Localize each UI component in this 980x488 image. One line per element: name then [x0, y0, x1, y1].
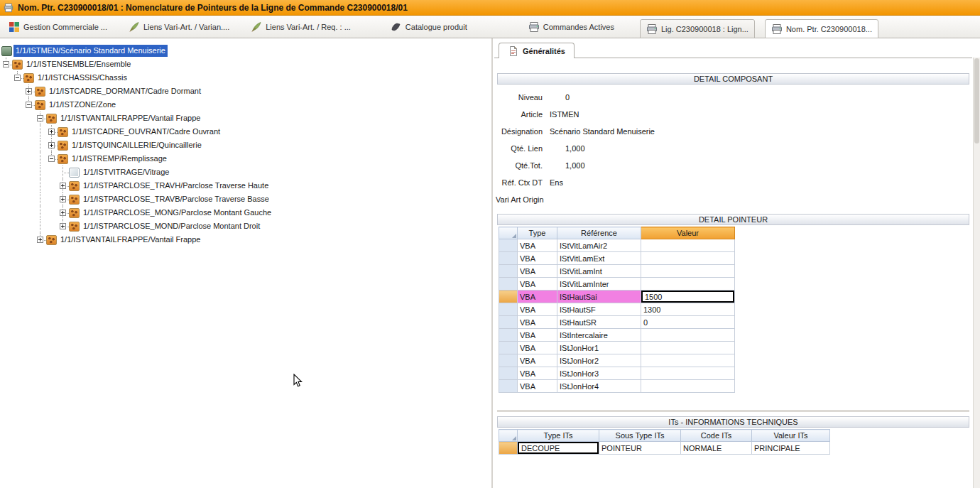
- expand-icon[interactable]: [48, 129, 55, 135]
- row-selector[interactable]: [499, 278, 518, 291]
- cell-reference[interactable]: IStVitLamAir2: [557, 239, 641, 252]
- tree-item-label[interactable]: 1/1/ISTZONE/Zone: [47, 99, 118, 111]
- tree-item[interactable]: 1/1/ISTCADRE_OUVRANT/Cadre Ouvrant: [0, 125, 491, 139]
- its-column-header-4[interactable]: Valeur ITs: [752, 430, 830, 442]
- cell-valeur[interactable]: 0: [641, 316, 735, 329]
- collapse-icon[interactable]: [26, 102, 32, 108]
- cell-reference[interactable]: IStHautSR: [557, 316, 641, 329]
- expand-icon[interactable]: [60, 196, 66, 202]
- pointer-row[interactable]: VBAIStJonHor1: [499, 342, 735, 354]
- cell-reference[interactable]: IStJonHor2: [557, 354, 641, 367]
- tab-1[interactable]: Gestion Commerciale ...: [3, 18, 113, 36]
- cell-reference[interactable]: IStJonHor3: [557, 367, 641, 380]
- tree-item[interactable]: 1/1/ISTREMP/Remplissage: [0, 152, 491, 166]
- pointer-row[interactable]: VBAIStHautSai1500: [499, 291, 735, 303]
- its-column-header-1[interactable]: Type ITs: [518, 430, 599, 442]
- cell-type[interactable]: VBA: [518, 278, 557, 291]
- tab-generalites[interactable]: Généralités: [499, 43, 575, 58]
- tab-3[interactable]: Liens Vari-Art. / Req. : ...: [245, 18, 356, 36]
- its-focused-cell[interactable]: DECOUPE: [518, 442, 599, 454]
- cell-valeur[interactable]: [641, 278, 735, 291]
- expand-icon[interactable]: [60, 223, 66, 229]
- expand-icon[interactable]: [60, 183, 66, 189]
- tab-4[interactable]: Catalogue produit: [385, 18, 473, 36]
- row-selector[interactable]: [499, 265, 518, 278]
- row-selector[interactable]: [499, 442, 518, 455]
- cell-valeur[interactable]: [641, 265, 735, 278]
- horizontal-splitter[interactable]: [497, 410, 969, 412]
- column-header-reference[interactable]: Référence: [557, 227, 641, 239]
- cell-valeur[interactable]: [641, 239, 735, 252]
- scrollbar-thumb[interactable]: [974, 58, 979, 143]
- pointer-row[interactable]: VBAIStJonHor2: [499, 354, 735, 367]
- row-selector[interactable]: [499, 252, 518, 265]
- cell-reference[interactable]: IStJonHor4: [557, 380, 641, 393]
- pointer-row[interactable]: VBAIStJonHor4: [499, 380, 735, 393]
- cell-reference[interactable]: IStHautSF: [557, 303, 641, 316]
- cell-valeur[interactable]: 1500: [641, 291, 735, 303]
- row-selector[interactable]: [499, 239, 518, 252]
- cell-type[interactable]: VBA: [518, 239, 557, 252]
- its-column-header-3[interactable]: Code ITs: [681, 430, 752, 442]
- its-cell[interactable]: DECOUPE: [518, 442, 599, 455]
- row-selector[interactable]: [499, 316, 518, 329]
- cell-type[interactable]: VBA: [518, 252, 557, 265]
- value-edit-cell[interactable]: 1500: [641, 291, 734, 303]
- cell-type[interactable]: VBA: [518, 291, 557, 303]
- tree-item-label[interactable]: 1/1/ISTREMP/Remplissage: [70, 153, 169, 165]
- its-cell[interactable]: PRINCIPALE: [752, 442, 830, 455]
- collapse-icon[interactable]: [3, 61, 9, 67]
- tree-item-label[interactable]: 1/1/ISTPARCLOSE_TRAVH/Parclose Traverse …: [81, 180, 271, 192]
- collapse-icon[interactable]: [14, 75, 21, 81]
- tab-5[interactable]: Commandes Actives: [523, 18, 620, 36]
- pointer-row[interactable]: VBAIStVitLamExt: [499, 252, 735, 265]
- tree-item-label[interactable]: 1/1/ISTQUINCAILLERIE/Quincaillerie: [70, 139, 204, 151]
- cell-type[interactable]: VBA: [518, 316, 557, 329]
- tree-item-label[interactable]: 1/1/ISTPARCLOSE_MOND/Parclose Montant Dr…: [81, 220, 262, 232]
- cell-type[interactable]: VBA: [518, 342, 557, 354]
- column-header-valeur[interactable]: Valeur: [641, 227, 735, 239]
- cell-valeur[interactable]: [641, 367, 735, 380]
- tree-item-label[interactable]: 1/1/ISTCADRE_DORMANT/Cadre Dormant: [47, 85, 203, 97]
- tree-item[interactable]: 1/1/ISTVANTAILFRAPPE/Vantail Frappe: [0, 112, 491, 125]
- tree-item[interactable]: 1/1/ISTPARCLOSE_MONG/Parclose Montant Ga…: [0, 206, 491, 219]
- cell-valeur[interactable]: [641, 329, 735, 342]
- cell-type[interactable]: VBA: [518, 329, 557, 342]
- cell-valeur[interactable]: [641, 380, 735, 393]
- tree-item[interactable]: 1/1/ISTVITRAGE/Vitrage: [0, 166, 491, 179]
- column-header-type[interactable]: Type: [518, 227, 557, 239]
- cell-reference[interactable]: IStVitLamInter: [557, 278, 641, 291]
- tree-item-label[interactable]: 1/1/ISTCHASSIS/Chassis: [36, 72, 129, 84]
- tree-item-label[interactable]: 1/1/ISTPARCLOSE_MONG/Parclose Montant Ga…: [81, 207, 273, 219]
- row-selector[interactable]: [499, 291, 518, 303]
- its-column-header-2[interactable]: Sous Type ITs: [599, 430, 681, 442]
- tree-item-label[interactable]: 1/1/ISTVITRAGE/Vitrage: [81, 166, 171, 178]
- row-selector[interactable]: [499, 367, 518, 380]
- expand-icon[interactable]: [60, 210, 66, 216]
- select-all-header[interactable]: [499, 430, 518, 442]
- tree-item[interactable]: 1/1/ISTCADRE_DORMANT/Cadre Dormant: [0, 85, 491, 98]
- tree-item[interactable]: 1/1/ISTMEN/Scénario Standard Menuiserie: [0, 44, 491, 58]
- tab-6[interactable]: Lig. C230900018 : Lign...: [640, 19, 755, 38]
- row-selector[interactable]: [499, 303, 518, 316]
- tree-item[interactable]: 1/1/ISTZONE/Zone: [0, 98, 491, 112]
- cell-type[interactable]: VBA: [518, 380, 557, 393]
- cell-valeur[interactable]: [641, 354, 735, 367]
- expand-icon[interactable]: [37, 237, 43, 243]
- row-selector[interactable]: [499, 354, 518, 367]
- cell-type[interactable]: VBA: [518, 303, 557, 316]
- collapse-icon[interactable]: [37, 115, 43, 121]
- cell-valeur[interactable]: [641, 252, 735, 265]
- tree-item[interactable]: 1/1/ISTPARCLOSE_MOND/Parclose Montant Dr…: [0, 219, 491, 233]
- expand-icon[interactable]: [26, 88, 32, 94]
- cell-valeur[interactable]: 1300: [641, 303, 735, 316]
- cell-reference[interactable]: IStVitLamInt: [557, 265, 641, 278]
- cell-type[interactable]: VBA: [518, 367, 557, 380]
- tree-item-label[interactable]: 1/1/ISTVANTAILFRAPPE/Vantail Frappe: [58, 112, 202, 124]
- pointer-row[interactable]: VBAIStVitLamAir2: [499, 239, 735, 252]
- tree-item-label[interactable]: 1/1/ISTCADRE_OUVRANT/Cadre Ouvrant: [70, 126, 222, 138]
- tree-item[interactable]: 1/1/ISTVANTAILFRAPPE/Vantail Frappe: [0, 233, 491, 246]
- tree-item[interactable]: 1/1/ISTCHASSIS/Chassis: [0, 71, 491, 85]
- pointer-row[interactable]: VBAIStJonHor3: [499, 367, 735, 380]
- tab-7[interactable]: Nom. Ptr. C230900018...: [765, 19, 878, 38]
